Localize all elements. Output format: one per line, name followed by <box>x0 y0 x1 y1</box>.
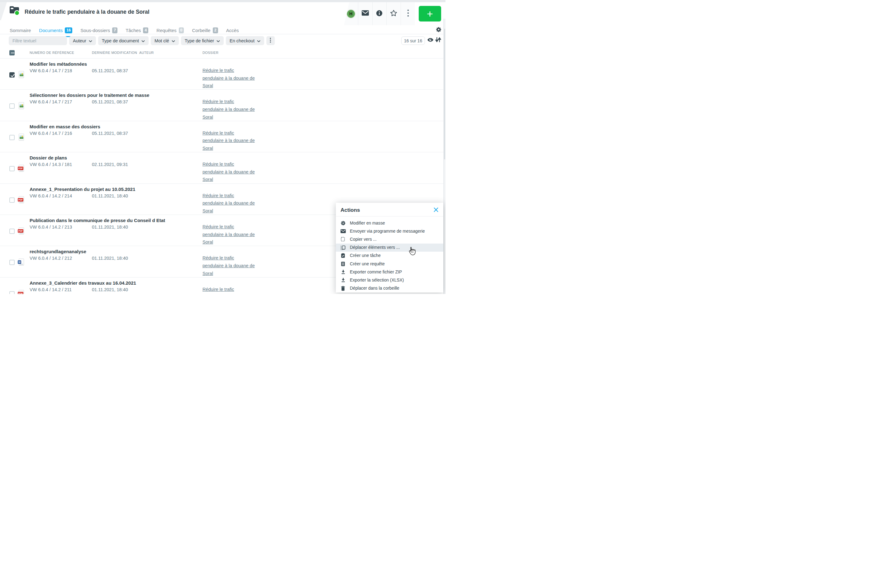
tab-sommaire[interactable]: Sommaire <box>10 26 31 34</box>
document-reference: VW 6.0.4 / 14.7 / 218 <box>30 68 72 73</box>
info-button[interactable] <box>372 2 387 25</box>
folder-link[interactable]: Réduire le trafic pendulaire à la douane… <box>202 160 256 183</box>
document-reference: VW 6.0.4 / 14.2 / 213 <box>30 225 72 230</box>
folder-link[interactable]: Réduire le trafic pendulaire à la douane… <box>202 98 256 121</box>
tab-sous-dossiers[interactable]: Sous-dossiers7 <box>80 26 117 34</box>
table-row: Sélectionner les dossiers pour le traite… <box>0 90 443 121</box>
menu-item-creer-tache[interactable]: Créer une tâche <box>336 252 443 260</box>
menu-item-deplacer-elements[interactable]: Déplacer éléments vers ... <box>336 243 443 252</box>
menu-item-exporter-xlsx[interactable]: Exporter la sélection (XLSX) <box>336 276 443 284</box>
folder-link[interactable]: Réduire le trafic pendulaire à la douane… <box>202 192 256 215</box>
document-modified: 01.11.2021, 18:40 <box>92 287 128 292</box>
avatar[interactable]: H <box>346 9 356 18</box>
document-title[interactable]: rechtsgrundlagenanalyse <box>30 249 86 254</box>
document-reference: VW 6.0.4 / 14.2 / 214 <box>30 194 72 198</box>
document-modified: 05.11.2021, 08:37 <box>92 131 128 136</box>
favorite-button[interactable] <box>386 2 400 25</box>
document-title[interactable]: Annexe_3_Calendrier des travaux au 16.04… <box>30 280 136 286</box>
tab-requetes[interactable]: Requêtes0 <box>156 26 184 34</box>
view-eye-icon[interactable] <box>427 38 434 43</box>
user-avatar[interactable]: H <box>344 2 358 25</box>
filter-type-document[interactable]: Type de document <box>98 36 148 45</box>
header-diagonal-decoration <box>0 2 8 20</box>
row-checkbox[interactable] <box>9 135 15 140</box>
menu-item-exporter-zip[interactable]: Exporter comme fichier ZIP <box>336 268 443 276</box>
file-type-icon <box>19 71 24 78</box>
trash-icon <box>340 286 346 291</box>
download-icon <box>340 270 346 274</box>
document-title[interactable]: Dossier de plans <box>30 155 67 160</box>
header-toolbar: H <box>344 2 415 25</box>
mail-icon <box>362 10 369 17</box>
document-title[interactable]: Annexe_1_Presentation du projet au 10.05… <box>30 186 135 192</box>
star-icon <box>390 10 397 18</box>
settings-gear-icon[interactable] <box>436 27 441 34</box>
document-modified: 05.11.2021, 08:37 <box>92 99 128 104</box>
menu-item-envoyer-messagerie[interactable]: Envoyer via programme de messagerie <box>336 227 443 235</box>
more-options-button[interactable] <box>400 2 415 25</box>
tab-acces[interactable]: Accès <box>226 26 239 34</box>
row-checkbox[interactable] <box>9 229 15 234</box>
folder-link[interactable]: Réduire le trafic pendulaire à la douane… <box>202 286 256 294</box>
menu-divider <box>336 216 443 216</box>
document-reference: VW 6.0.4 / 14.2 / 211 <box>30 287 72 292</box>
folder-link[interactable]: Réduire le trafic pendulaire à la douane… <box>202 254 256 277</box>
document-reference: VW 6.0.4 / 14.7 / 217 <box>30 99 72 104</box>
chevron-down-icon <box>89 38 92 43</box>
document-modified: 01.11.2021, 18:40 <box>92 225 128 230</box>
filter-auteur[interactable]: Auteur <box>69 36 96 45</box>
add-button[interactable]: + <box>419 6 441 21</box>
tab-taches[interactable]: Tâches4 <box>126 26 148 34</box>
document-modified: 05.11.2021, 08:37 <box>92 68 128 73</box>
tab-corbeille[interactable]: Corbeille2 <box>192 26 218 34</box>
copy-icon <box>340 237 346 242</box>
document-title[interactable]: Sélectionner les dossiers pour le traite… <box>30 93 149 98</box>
document-title[interactable]: Modifier les métadonnées <box>30 62 87 67</box>
document-title[interactable]: Modifier en masse des dossiers <box>30 124 100 129</box>
menu-item-copier-vers[interactable]: Copier vers ... <box>336 235 443 243</box>
file-type-icon <box>19 196 24 203</box>
chevron-down-icon <box>172 38 175 43</box>
folder-link[interactable]: Réduire le trafic pendulaire à la douane… <box>202 67 256 90</box>
row-checkbox[interactable] <box>9 72 15 78</box>
menu-item-deplacer-corbeille[interactable]: Déplacer dans la corbeille <box>336 284 443 292</box>
document-reference: VW 6.0.4 / 14.7 / 216 <box>30 131 72 136</box>
close-icon[interactable] <box>434 207 439 212</box>
file-type-icon <box>19 102 24 109</box>
filter-mot-cle[interactable]: Mot clé <box>151 36 179 45</box>
row-checkbox[interactable] <box>9 104 15 109</box>
table-row: Modifier les métadonnées VW 6.0.4 / 14.7… <box>0 58 443 90</box>
document-modified: 01.11.2021, 18:40 <box>92 194 128 198</box>
plus-icon: + <box>427 7 433 21</box>
text-filter-input[interactable] <box>9 36 67 45</box>
folder-link[interactable]: Réduire le trafic pendulaire à la douane… <box>202 223 256 246</box>
document-reference: VW 6.0.4 / 14.2 / 212 <box>30 256 72 261</box>
file-type-icon <box>19 134 24 141</box>
chevron-down-icon <box>257 38 261 43</box>
row-checkbox[interactable] <box>9 291 15 294</box>
tab-count-badge: 0 <box>179 27 184 33</box>
tab-count-badge: 2 <box>213 27 218 33</box>
send-mail-button[interactable] <box>358 2 372 25</box>
menu-item-modifier-en-masse[interactable]: Modifier en masse <box>336 219 443 227</box>
document-title[interactable]: Publication dans le communique de presse… <box>30 218 165 223</box>
filter-en-checkout[interactable]: En checkout <box>226 36 264 45</box>
menu-item-creer-requete[interactable]: Créer une requête <box>336 260 443 268</box>
info-icon <box>376 10 382 18</box>
filter-type-fichier[interactable]: Type de fichier <box>181 36 224 45</box>
scrollbar-thumb[interactable] <box>444 28 446 159</box>
file-type-icon <box>19 165 24 172</box>
file-type-icon <box>19 290 24 294</box>
row-checkbox[interactable] <box>9 198 15 203</box>
row-checkbox[interactable] <box>9 166 15 171</box>
tab-documents[interactable]: Documents16 <box>39 26 72 34</box>
select-all-checkbox[interactable] <box>9 50 15 56</box>
kebab-menu-icon <box>270 38 271 44</box>
table-header: NUMÉRO DE RÉFÉRENCE DERNIÈRE MODIFICATIO… <box>0 47 443 58</box>
row-checkbox[interactable] <box>9 260 15 265</box>
more-filters-button[interactable] <box>266 36 275 45</box>
folder-link[interactable]: Réduire le trafic pendulaire à la douane… <box>202 129 256 152</box>
tab-count-badge: 7 <box>112 27 117 33</box>
actions-menu-items: Modifier en masse Envoyer via programme … <box>336 219 443 292</box>
sort-icon[interactable] <box>435 37 441 44</box>
